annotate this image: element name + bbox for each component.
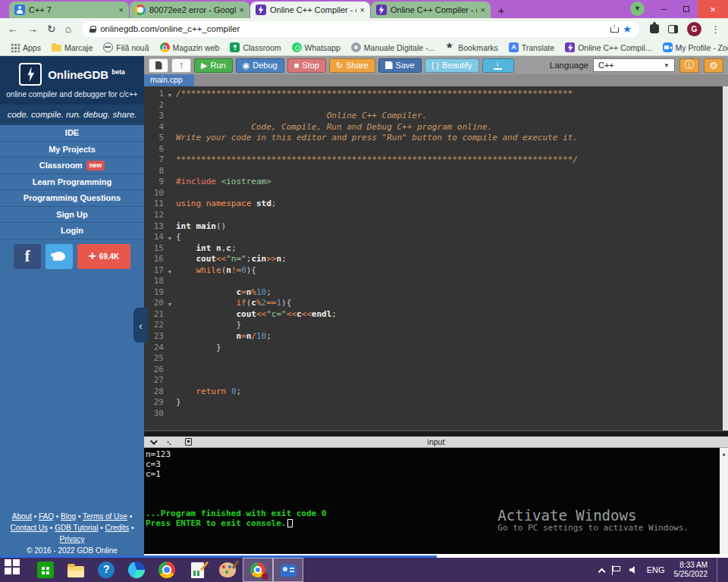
settings-button[interactable]: ⚙ [704,58,723,73]
console-scrollbar[interactable] [720,448,728,554]
stop-button[interactable]: ■Stop [287,58,326,73]
footer-link[interactable]: Blog [61,512,76,521]
save-button[interactable]: Save [378,58,422,73]
info-button[interactable]: ⓘ [679,58,699,73]
taskbar-report-button[interactable] [182,558,212,582]
browser-tab[interactable]: C++ 7× [9,2,129,18]
bookmark-item[interactable]: Magazin web [156,41,224,54]
editor-scrollbar[interactable] [723,86,728,430]
code-line: 23 n=n/10; [144,331,728,343]
addthis-share-button[interactable]: + 69.4K [77,244,130,269]
taskbar-start-button[interactable] [0,558,30,582]
resize-console-icon[interactable]: ↔ [164,436,176,448]
twitter-button[interactable] [46,244,73,269]
run-button[interactable]: ▶Run [194,58,233,73]
footer-link[interactable]: Terms of Use [83,512,127,521]
tab-close-icon[interactable]: × [360,5,365,14]
sidebar-item-login[interactable]: Login [0,223,144,239]
volume-icon[interactable] [629,566,638,574]
bookmark-item[interactable]: Marcaje [48,42,96,54]
token: #include [176,177,216,186]
taskbar-display-button[interactable] [273,558,303,582]
language-select[interactable]: C++ ▼ [593,58,675,72]
restore-button[interactable] [675,0,698,18]
footer-link[interactable]: About [12,512,32,521]
splitter[interactable] [144,430,728,436]
sidebar-item-learn-programming[interactable]: Learn Programming [0,174,144,191]
sidebar-item-classroom[interactable]: Classroomnew [0,158,144,174]
tab-close-icon[interactable]: × [240,5,244,14]
taskbar-chromewin-button[interactable] [243,558,273,582]
close-button[interactable]: × [698,0,728,18]
forward-icon[interactable]: → [27,23,38,35]
action-center-flag-icon[interactable] [612,565,620,575]
sidebar-item-ide[interactable]: IDE [0,125,144,142]
bookmark-item[interactable]: Filă nouă [99,41,152,54]
sidebar-item-programming-questions[interactable]: Programming Questions [0,190,144,207]
beautify-button[interactable]: { }Beautify [425,58,479,73]
share-page-icon[interactable] [610,25,618,33]
bookmark-star-icon[interactable]: ★ [623,23,632,35]
taskbar-help-button[interactable] [91,558,121,582]
fold-arrow-icon[interactable]: ▼ [168,299,171,311]
bookmark-item[interactable]: Manuale Digitale -... [347,41,438,54]
fold-arrow-icon[interactable]: ▼ [168,267,171,278]
fold-arrow-icon[interactable]: ▼ [168,90,171,102]
stdin-input-icon[interactable] [185,438,192,446]
input-language[interactable]: ENG [647,565,665,574]
clock[interactable]: 8:33 AM 5/25/2022 [674,561,708,579]
footer-link[interactable]: GDB Tutorial [55,524,98,532]
debug-button[interactable]: ◉Debug [236,58,284,73]
tray-chevron-icon[interactable] [598,568,605,575]
taskbar-edge-button[interactable] [121,558,152,582]
facebook-button[interactable]: f [14,244,41,269]
new-file-button[interactable] [149,58,168,73]
file-tab-main-cpp[interactable]: main.cpp [144,74,194,86]
bookmark-item[interactable]: Bookmarks [441,41,502,54]
bookmark-item[interactable]: Online C++ Compil... [561,41,655,54]
collapse-console-icon[interactable] [150,437,158,445]
taskbar-chrome-button[interactable] [152,558,182,582]
fold-arrow-icon[interactable]: ▼ [168,233,171,245]
sidebar-item-my-projects[interactable]: My Projects [0,142,144,158]
taskbar-store-button[interactable] [30,558,61,582]
back-icon[interactable]: ← [8,23,18,35]
footer-link[interactable]: Privacy [60,535,85,543]
minimize-button[interactable]: – [652,0,675,18]
tab-close-icon[interactable]: × [119,5,124,14]
browser-menu-icon[interactable]: ⋮ [711,23,720,35]
home-icon[interactable]: ⌂ [65,23,71,35]
bookmark-item[interactable]: My Profile - Zoom [659,41,728,54]
console-output[interactable]: n=123c=3c=1...Program finished with exit… [144,448,728,554]
footer-link[interactable]: Credits [105,524,129,532]
browser-tab[interactable]: 80072ee2 error - Google Search× [130,2,249,18]
tab-close-icon[interactable]: × [481,5,485,14]
taskbar-paint-button[interactable] [212,558,243,582]
download-button[interactable] [482,58,514,73]
sidebar-item-sign-up[interactable]: Sign Up [0,207,144,224]
sidebar-collapse-handle[interactable]: ‹ [133,308,148,343]
token [176,254,196,264]
tab-search-button[interactable]: ▼ [630,2,645,16]
side-panel-icon[interactable] [668,25,678,33]
folder-icon [52,45,61,52]
browser-tab[interactable]: Online C++ Compiler - online ed× [250,2,370,18]
footer-link[interactable]: FAQ [39,512,54,521]
extensions-icon[interactable] [650,24,659,33]
browser-tab[interactable]: Online C++ Compiler - online ed× [371,2,491,18]
new-tab-button[interactable]: + [491,2,511,18]
share-button[interactable]: ↻Share [329,58,375,73]
upload-button[interactable]: ↑ [171,58,191,73]
address-bar[interactable]: onlinegdb.com/online_c++_compiler ★ [82,21,639,37]
token: 10 [256,287,266,297]
taskbar-explorer-button[interactable] [61,558,91,582]
bookmark-item[interactable]: Classroom [226,41,284,54]
footer-link[interactable]: Contact Us [11,524,48,532]
profile-avatar[interactable]: G [687,22,701,36]
code-editor[interactable]: 1▼/*************************************… [144,86,728,430]
show-desktop-button[interactable] [717,558,720,582]
bookmark-item[interactable]: Translate [505,41,558,54]
reload-icon[interactable]: ↻ [47,23,56,35]
bookmark-item[interactable]: Apps [6,41,45,54]
bookmark-item[interactable]: Whatsapp [288,41,344,54]
